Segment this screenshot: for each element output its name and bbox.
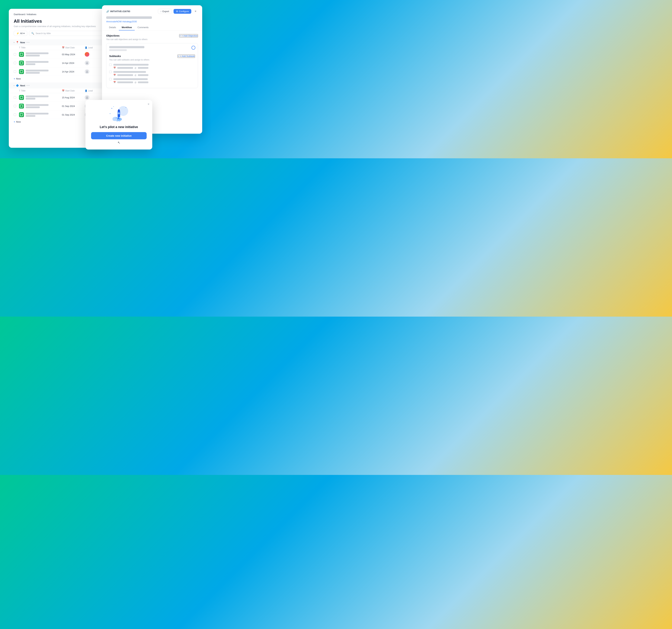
title-placeholder — [26, 52, 49, 54]
configure-button[interactable]: ⚙ Configure — [173, 9, 191, 14]
svg-point-12 — [117, 121, 118, 122]
subtask-title-placeholder — [113, 64, 149, 66]
start-date: 15 Aug 2024 — [62, 96, 85, 99]
subtask-meta: 📅 @ — [109, 74, 195, 76]
plus-icon: + — [179, 34, 181, 37]
row-checkbox[interactable] — [14, 105, 16, 107]
toolbar: ⚡ All ▾ 🔍 Search by tittle — [14, 31, 102, 36]
start-date: 01 Sep 2024 — [62, 113, 85, 116]
subtask-checkbox[interactable] — [109, 78, 112, 80]
row-checkbox[interactable] — [14, 53, 16, 55]
svg-point-5 — [118, 112, 120, 114]
calendar-icon: 📅 — [113, 67, 116, 69]
popup-close-button[interactable]: × — [147, 102, 149, 106]
close-button[interactable]: × — [193, 9, 198, 14]
table-row[interactable]: 14 Apr 2024 — [9, 67, 107, 76]
search-box[interactable]: 🔍 Search by tittle — [29, 31, 102, 36]
popup-title: Let's pilot a new initiative — [91, 125, 147, 129]
subtask-meta: 📅 @ — [109, 67, 195, 69]
calendar-icon: 📅 — [113, 81, 116, 84]
subtask-row[interactable]: 📅 @ — [109, 64, 195, 69]
group-next-menu[interactable]: ··· — [27, 84, 30, 87]
title-placeholder — [26, 113, 49, 115]
title-placeholder — [26, 61, 49, 63]
add-objective-button[interactable]: + + Add Objective — [179, 34, 198, 38]
initiative-id: 🔗 INITIATIVE-216793 — [106, 10, 130, 13]
filter-button[interactable]: ⚡ All ▾ — [14, 31, 27, 36]
title-placeholder — [26, 95, 49, 97]
lead-avatar — [85, 69, 89, 74]
title-column-header: T Tittle — [19, 90, 62, 92]
subtitle-placeholder — [26, 63, 35, 65]
export-button[interactable]: ↑ Export — [158, 9, 172, 14]
objectives-title: Objectives — [106, 34, 120, 37]
tab-workflow[interactable]: Workflow — [119, 25, 135, 30]
row-checkbox[interactable] — [14, 113, 16, 116]
tab-details[interactable]: Details — [106, 25, 119, 30]
row-title-area — [19, 112, 62, 117]
add-subtask-button[interactable]: + + Add Subtask — [177, 54, 195, 58]
table-row[interactable]: 14 Apr 2024 — [9, 59, 107, 67]
create-initiative-button[interactable]: Create new initiative — [91, 132, 147, 139]
row-title-area — [19, 103, 62, 109]
tab-comments[interactable]: Comments — [135, 25, 151, 30]
status-icon — [19, 112, 24, 117]
row-checkbox[interactable] — [14, 62, 16, 64]
group-next[interactable]: › 🔷 Next ··· — [9, 83, 107, 89]
status-icon — [19, 95, 24, 100]
lead-avatar — [85, 52, 89, 56]
row-checkbox[interactable] — [14, 96, 16, 99]
breadcrumb: Dashboard / Initiatives — [14, 13, 102, 16]
row-title-area — [19, 61, 62, 65]
subtask-checkbox[interactable] — [109, 71, 112, 73]
subtask-title-placeholder — [113, 78, 148, 80]
rocket-illustration — [108, 105, 129, 122]
subtask-checkbox[interactable] — [109, 64, 112, 66]
subtask-meta: 📅 @ — [109, 81, 195, 84]
cursor-icon: ↖ — [118, 141, 120, 144]
svg-point-6 — [112, 108, 112, 109]
objectives-subtitle: You can add objectives and assign to oth… — [106, 38, 198, 41]
subtitle-placeholder — [26, 98, 35, 99]
group-now[interactable]: › 📍 Now ··· — [9, 40, 107, 45]
gear-icon: ⚙ — [176, 10, 178, 13]
status-icon — [19, 103, 24, 109]
table-row[interactable]: 03 May 2024 — [9, 50, 107, 59]
objective-circle — [191, 46, 195, 50]
subtasks-title: Subtasks — [109, 54, 121, 57]
start-date: 14 Apr 2024 — [62, 70, 85, 73]
add-new-now[interactable]: + New — [9, 76, 107, 81]
chevron-right-icon: › — [14, 41, 15, 43]
status-icon — [19, 52, 24, 57]
lead-column-header: 👤 Lead — [85, 90, 102, 92]
subtask-row[interactable]: 📅 @ — [109, 78, 195, 84]
group-next-label: Next — [20, 84, 25, 87]
next-table-header: T Tittle 📅 Start Date 👤 Lead — [9, 89, 107, 93]
start-date: 14 Apr 2024 — [62, 62, 85, 64]
breadcrumb-parent[interactable]: Dashboard — [14, 13, 25, 16]
start-date: 01 Sep 2024 — [62, 105, 85, 108]
link-icon: 🔗 — [106, 10, 109, 13]
group-now-menu[interactable]: ··· — [26, 41, 30, 44]
subtitle-placeholder — [26, 107, 40, 108]
svg-point-10 — [117, 120, 119, 121]
page-title: All Initiatives — [14, 19, 102, 24]
obj-title-placeholder — [109, 46, 144, 48]
page-subtitle: Gain a comprehensive overview of all ong… — [14, 25, 102, 28]
row-title-area — [19, 69, 62, 74]
obj-sub-placeholder — [109, 49, 127, 51]
next-icon: 🔷 — [16, 84, 19, 87]
title-column-header: T Tittle — [19, 46, 62, 49]
subtask-title-placeholder — [113, 71, 146, 73]
status-icon — [19, 61, 24, 65]
group-now-label: Now — [20, 41, 25, 44]
svg-point-3 — [113, 118, 117, 121]
breadcrumb-current: Initiatives — [27, 13, 36, 16]
subtasks-section: Subtasks + + Add Subtask You can add sub… — [109, 54, 195, 84]
initiative-title-placeholder — [106, 16, 152, 19]
subtask-row[interactable]: 📅 @ — [109, 71, 195, 76]
row-checkbox[interactable] — [14, 70, 16, 73]
create-initiative-popup: × — [86, 100, 152, 149]
now-table-header: T Tittle 📅 Start Date 👤 Lead — [9, 45, 107, 50]
row-title-area — [19, 95, 62, 100]
